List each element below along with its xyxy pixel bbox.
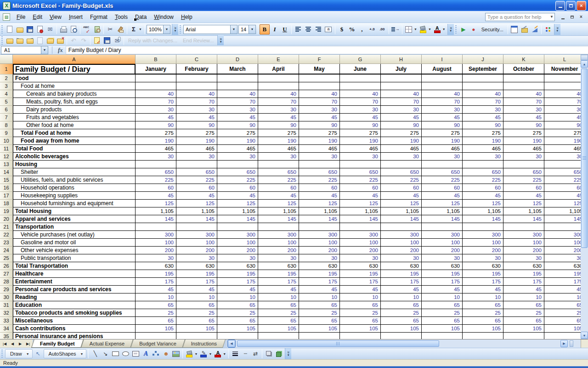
cell-I34[interactable]: 105 bbox=[422, 325, 463, 333]
row-header-8[interactable]: 8 bbox=[0, 121, 13, 129]
row-header-11[interactable]: 11 bbox=[0, 145, 13, 153]
cell-J27[interactable]: 195 bbox=[463, 270, 503, 278]
cell-H11[interactable]: 465 bbox=[381, 145, 422, 153]
horizontal-scroll-thumb[interactable] bbox=[237, 340, 439, 347]
cell-B29[interactable]: 45 bbox=[136, 286, 176, 293]
cell-A20[interactable]: Apparel and services bbox=[13, 215, 136, 223]
cell-I13[interactable] bbox=[422, 161, 463, 168]
row-header-22[interactable]: 22 bbox=[0, 231, 13, 239]
cell-G19[interactable]: 1,105 bbox=[340, 207, 381, 215]
cell-H2[interactable] bbox=[381, 75, 422, 82]
cell-E6[interactable]: 30 bbox=[258, 106, 299, 114]
cell-C6[interactable]: 30 bbox=[176, 106, 217, 114]
chevron-down-icon[interactable]: ▼ bbox=[139, 28, 142, 31]
rectangle-button[interactable] bbox=[110, 349, 120, 359]
cell-L31[interactable]: 65 bbox=[544, 301, 581, 309]
cell-K35[interactable] bbox=[503, 333, 544, 339]
restore-button[interactable] bbox=[566, 1, 576, 11]
security-button[interactable]: Security... bbox=[479, 24, 506, 34]
cell-K8[interactable]: 90 bbox=[503, 121, 544, 129]
cell-F29[interactable]: 45 bbox=[299, 286, 340, 293]
cell-D6[interactable]: 30 bbox=[217, 106, 258, 114]
cell-A7[interactable]: Fruits and vegetables bbox=[13, 114, 136, 121]
row-header-14[interactable]: 14 bbox=[0, 168, 13, 176]
cell-D17[interactable]: 45 bbox=[217, 192, 258, 200]
font-color-button[interactable]: ▼ bbox=[213, 349, 227, 359]
text-box-button[interactable] bbox=[130, 349, 141, 359]
cell-C28[interactable]: 175 bbox=[176, 278, 217, 286]
cell-F15[interactable]: 225 bbox=[299, 176, 340, 184]
cell-A35[interactable]: Personal insurance and pensions bbox=[13, 333, 136, 339]
cell-I19[interactable]: 1,105 bbox=[422, 207, 463, 215]
cell-C17[interactable]: 45 bbox=[176, 192, 217, 200]
cell-H28[interactable]: 175 bbox=[381, 278, 422, 286]
row-header-10[interactable]: 10 bbox=[0, 137, 13, 145]
cell-F23[interactable]: 100 bbox=[299, 239, 340, 247]
cell-E14[interactable]: 650 bbox=[258, 168, 299, 176]
cell-F19[interactable]: 1,105 bbox=[299, 207, 340, 215]
chevron-down-icon[interactable]: ▼ bbox=[223, 352, 226, 356]
cell-F32[interactable]: 25 bbox=[299, 309, 340, 317]
cell-A28[interactable]: Entertainment bbox=[13, 278, 136, 286]
cell-J33[interactable]: 65 bbox=[463, 317, 503, 325]
cell-K30[interactable]: 10 bbox=[503, 293, 544, 301]
select-all-corner[interactable] bbox=[0, 55, 13, 64]
cell-B24[interactable]: 200 bbox=[136, 247, 176, 254]
cell-D28[interactable]: 175 bbox=[217, 278, 258, 286]
col-header-C[interactable]: C bbox=[176, 55, 217, 64]
chevron-down-icon[interactable]: ▼ bbox=[194, 352, 198, 356]
chevron-down-icon[interactable]: ▼ bbox=[26, 352, 29, 356]
cell-G3[interactable] bbox=[340, 82, 381, 90]
cell-E23[interactable]: 100 bbox=[258, 239, 299, 247]
cell-A11[interactable]: Total Food bbox=[13, 145, 136, 153]
cell-G29[interactable]: 45 bbox=[340, 286, 381, 293]
cell-D22[interactable]: 300 bbox=[217, 231, 258, 239]
picture-button[interactable] bbox=[171, 349, 181, 359]
cell-C12[interactable]: 30 bbox=[176, 153, 217, 161]
cell-H27[interactable]: 195 bbox=[381, 270, 422, 278]
cell-I8[interactable]: 90 bbox=[422, 121, 463, 129]
cell-E28[interactable]: 175 bbox=[258, 278, 299, 286]
cell-D15[interactable]: 225 bbox=[217, 176, 258, 184]
menu-view[interactable]: View bbox=[46, 12, 65, 22]
cell-L7[interactable]: 45 bbox=[544, 114, 581, 121]
cell-E21[interactable] bbox=[258, 223, 299, 231]
scroll-down-button[interactable]: ▼ bbox=[581, 332, 588, 339]
align-left-button[interactable] bbox=[293, 24, 303, 34]
cell-K18[interactable]: 125 bbox=[503, 200, 544, 207]
toolbar-grip[interactable] bbox=[1, 25, 3, 34]
cell-B26[interactable]: 630 bbox=[136, 262, 176, 270]
font-color-button[interactable]: ▼ bbox=[432, 24, 447, 34]
cell-A9[interactable]: Total Food at home bbox=[13, 129, 136, 137]
chevron-down-icon[interactable]: ▼ bbox=[230, 25, 237, 34]
cell-F8[interactable]: 90 bbox=[299, 121, 340, 129]
show-comment-button[interactable] bbox=[35, 35, 45, 46]
diagram-button[interactable] bbox=[151, 349, 161, 359]
cell-F7[interactable]: 45 bbox=[299, 114, 340, 121]
research-button[interactable] bbox=[92, 24, 102, 34]
cell-A6[interactable]: Dairy products bbox=[13, 106, 136, 114]
cell-D1[interactable]: March bbox=[217, 64, 258, 75]
cell-E25[interactable]: 30 bbox=[258, 254, 299, 262]
cell-A29[interactable]: Personal care products and services bbox=[13, 286, 136, 293]
scroll-up-button[interactable]: ▲ bbox=[581, 60, 588, 68]
col-header-A[interactable]: A bbox=[13, 55, 136, 64]
cell-C2[interactable] bbox=[176, 75, 217, 82]
cell-C15[interactable]: 225 bbox=[176, 176, 217, 184]
chevron-down-icon[interactable]: ▼ bbox=[428, 28, 431, 31]
cell-G24[interactable]: 200 bbox=[340, 247, 381, 254]
track-changes-button[interactable] bbox=[92, 35, 102, 46]
cell-I4[interactable]: 40 bbox=[422, 90, 463, 98]
cell-C31[interactable]: 65 bbox=[176, 301, 217, 309]
cell-C1[interactable]: February bbox=[176, 64, 217, 75]
cell-L19[interactable]: 1,105 bbox=[544, 207, 581, 215]
cell-J3[interactable] bbox=[463, 82, 503, 90]
cell-L6[interactable]: 30 bbox=[544, 106, 581, 114]
cell-D21[interactable] bbox=[217, 223, 258, 231]
cell-A3[interactable]: Food at home bbox=[13, 82, 136, 90]
font-name-combo[interactable]: Arial▼ bbox=[183, 25, 237, 34]
cell-E22[interactable]: 300 bbox=[258, 231, 299, 239]
cell-D19[interactable]: 1,105 bbox=[217, 207, 258, 215]
cell-A5[interactable]: Meats, poultry, fish, and eggs bbox=[13, 98, 136, 106]
cell-D18[interactable]: 125 bbox=[217, 200, 258, 207]
